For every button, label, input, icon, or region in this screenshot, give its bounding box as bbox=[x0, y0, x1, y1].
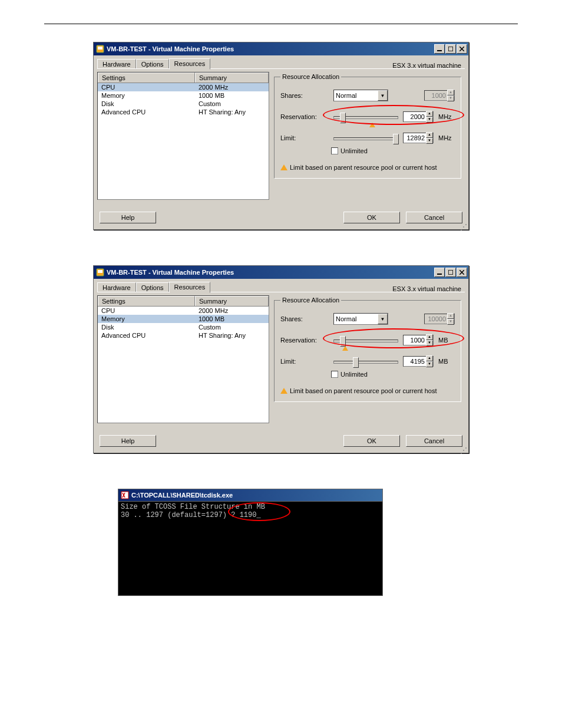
settings-name: Memory bbox=[98, 91, 195, 100]
shares-combo[interactable]: Normal ▼ bbox=[333, 90, 388, 101]
console-output: Size of TCOSS File Structure in MB 30 ..… bbox=[118, 502, 383, 596]
group-legend: Resource Allocation bbox=[280, 297, 341, 304]
limit-slider[interactable] bbox=[333, 355, 398, 367]
settings-summary: 2000 MHz bbox=[195, 307, 269, 315]
limit-label: Limit: bbox=[280, 134, 329, 141]
limit-slider[interactable] bbox=[333, 132, 398, 144]
reservation-label: Reservation: bbox=[280, 337, 329, 344]
settings-row-cpu[interactable]: CPU 2000 MHz bbox=[98, 307, 269, 315]
unlimited-label: Unlimited bbox=[340, 371, 368, 378]
shares-combo[interactable]: Normal ▼ bbox=[333, 313, 388, 325]
resize-grip[interactable]: ⋰ bbox=[94, 448, 468, 453]
limit-hint: Limit based on parent resource pool or c… bbox=[290, 387, 437, 394]
tab-resources[interactable]: Resources bbox=[169, 282, 211, 293]
settings-name: Memory bbox=[98, 315, 195, 323]
settings-name: CPU bbox=[98, 83, 195, 91]
tab-hardware[interactable]: Hardware bbox=[97, 282, 136, 292]
settings-list[interactable]: Settings Summary CPU 2000 MHz Memory 100… bbox=[97, 72, 269, 200]
settings-name: Disk bbox=[98, 323, 195, 331]
svg-rect-8 bbox=[121, 492, 128, 499]
shares-number: 1000 ▲▼ bbox=[424, 90, 455, 101]
col-summary[interactable]: Summary bbox=[195, 296, 269, 306]
reservation-value[interactable]: 1000 ▲▼ bbox=[403, 335, 434, 345]
shares-label: Shares: bbox=[280, 315, 329, 322]
reservation-label: Reservation: bbox=[280, 113, 329, 120]
resource-allocation-group: Resource Allocation Shares: Normal ▼ 100… bbox=[274, 73, 461, 179]
settings-row-advanced cpu[interactable]: Advanced CPU HT Sharing: Any bbox=[98, 108, 269, 116]
settings-summary: HT Sharing: Any bbox=[195, 108, 269, 116]
maximize-button[interactable] bbox=[445, 268, 456, 277]
minimize-button[interactable] bbox=[434, 44, 445, 54]
cancel-button[interactable]: Cancel bbox=[406, 435, 462, 447]
unlimited-checkbox[interactable] bbox=[331, 147, 338, 154]
window-title: VM-BR-TEST - Virtual Machine Properties bbox=[107, 269, 434, 276]
help-button[interactable]: Help bbox=[100, 212, 156, 223]
console-app-icon bbox=[121, 491, 129, 499]
tab-resources[interactable]: Resources bbox=[169, 58, 211, 70]
reservation-unit: MB bbox=[438, 337, 448, 344]
settings-row-cpu[interactable]: CPU 2000 MHz bbox=[98, 83, 269, 91]
limit-hint: Limit based on parent resource pool or c… bbox=[290, 164, 437, 171]
titlebar: VM-BR-TEST - Virtual Machine Properties bbox=[94, 42, 468, 55]
shares-value: Normal bbox=[336, 315, 356, 322]
settings-row-memory[interactable]: Memory 1000 MB bbox=[98, 315, 269, 323]
settings-summary: Custom bbox=[195, 100, 269, 108]
limit-label: Limit: bbox=[280, 358, 329, 365]
chevron-down-icon[interactable]: ▼ bbox=[378, 314, 388, 324]
vm-properties-dialog: VM-BR-TEST - Virtual Machine Properties … bbox=[93, 265, 469, 453]
titlebar: VM-BR-TEST - Virtual Machine Properties bbox=[94, 266, 468, 279]
settings-row-disk[interactable]: Disk Custom bbox=[98, 100, 269, 108]
tab-hardware[interactable]: Hardware bbox=[97, 59, 136, 69]
help-button[interactable]: Help bbox=[100, 435, 156, 447]
settings-list[interactable]: Settings Summary CPU 2000 MHz Memory 100… bbox=[97, 295, 269, 423]
reservation-unit: MHz bbox=[438, 113, 452, 120]
col-summary[interactable]: Summary bbox=[195, 73, 269, 83]
settings-row-memory[interactable]: Memory 1000 MB bbox=[98, 91, 269, 100]
limit-value[interactable]: 4195 ▲▼ bbox=[403, 356, 434, 367]
vm-properties-dialog: VM-BR-TEST - Virtual Machine Properties … bbox=[93, 42, 469, 230]
settings-summary: HT Sharing: Any bbox=[195, 331, 269, 340]
svg-rect-2 bbox=[437, 50, 442, 51]
settings-summary: 1000 MB bbox=[195, 315, 269, 323]
ok-button[interactable]: OK bbox=[343, 435, 400, 447]
tab-options[interactable]: Options bbox=[136, 282, 169, 292]
tab-options[interactable]: Options bbox=[136, 59, 169, 69]
shares-value: Normal bbox=[336, 92, 356, 99]
chevron-down-icon[interactable]: ▼ bbox=[378, 90, 388, 101]
settings-name: Disk bbox=[98, 100, 195, 108]
limit-unit: MB bbox=[438, 358, 448, 365]
maximize-button[interactable] bbox=[445, 44, 456, 54]
app-icon bbox=[96, 268, 104, 276]
console-titlebar: C:\TOPCALL\SHARED\tcdisk.exe bbox=[118, 489, 383, 502]
svg-rect-3 bbox=[448, 47, 453, 51]
ok-button[interactable]: OK bbox=[343, 212, 400, 223]
svg-rect-5 bbox=[98, 270, 103, 273]
settings-name: Advanced CPU bbox=[98, 108, 195, 116]
svg-rect-1 bbox=[98, 47, 103, 50]
reservation-value[interactable]: 2000 ▲▼ bbox=[403, 111, 434, 122]
settings-summary: 2000 MHz bbox=[195, 83, 269, 91]
settings-summary: 1000 MB bbox=[195, 91, 269, 100]
console-title-text: C:\TOPCALL\SHARED\tcdisk.exe bbox=[131, 492, 233, 499]
unlimited-checkbox[interactable] bbox=[331, 371, 338, 378]
resize-grip[interactable]: ⋰ bbox=[94, 225, 468, 229]
shares-number: 10000 ▲▼ bbox=[424, 314, 455, 324]
reservation-slider[interactable] bbox=[333, 334, 398, 346]
window-title: VM-BR-TEST - Virtual Machine Properties bbox=[107, 45, 434, 52]
reservation-slider[interactable] bbox=[333, 111, 398, 123]
col-settings[interactable]: Settings bbox=[98, 296, 195, 306]
settings-row-disk[interactable]: Disk Custom bbox=[98, 323, 269, 331]
col-settings[interactable]: Settings bbox=[98, 73, 195, 83]
close-button[interactable] bbox=[457, 268, 467, 277]
resource-allocation-group: Resource Allocation Shares: Normal ▼ 100… bbox=[274, 297, 461, 402]
warning-icon bbox=[280, 388, 287, 394]
limit-unit: MHz bbox=[438, 134, 452, 141]
close-button[interactable] bbox=[457, 44, 467, 54]
settings-row-advanced cpu[interactable]: Advanced CPU HT Sharing: Any bbox=[98, 331, 269, 340]
settings-summary: Custom bbox=[195, 323, 269, 331]
minimize-button[interactable] bbox=[434, 268, 445, 277]
cancel-button[interactable]: Cancel bbox=[406, 212, 462, 223]
group-legend: Resource Allocation bbox=[280, 73, 341, 80]
svg-rect-6 bbox=[437, 274, 442, 275]
limit-value[interactable]: 12892 ▲▼ bbox=[403, 133, 434, 143]
